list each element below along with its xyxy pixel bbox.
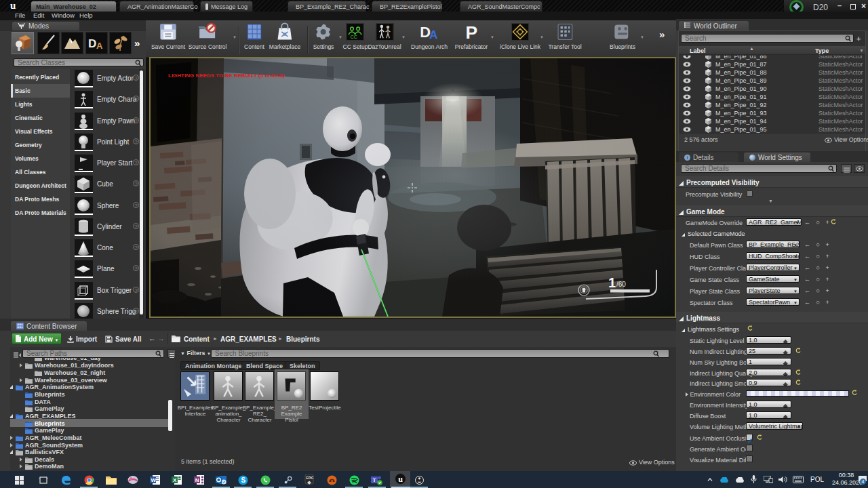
svg-text:D: D	[88, 37, 96, 50]
svg-text:W: W	[151, 477, 157, 483]
svg-text:T: T	[372, 477, 376, 483]
svg-text:A: A	[96, 41, 103, 51]
svg-text:P: P	[466, 22, 478, 42]
svg-text:/60: /60	[616, 281, 626, 288]
svg-text:S: S	[241, 476, 245, 484]
svg-text:LIGHTING NEEDS TO BE REBUILT (: LIGHTING NEEDS TO BE REBUILT (5 unbuilt)	[168, 73, 285, 79]
svg-text:X: X	[173, 477, 177, 483]
svg-text:1: 1	[608, 275, 616, 290]
svg-text:A: A	[429, 28, 437, 41]
svg-text:N: N	[195, 477, 199, 483]
svg-text:CC: CC	[351, 35, 357, 39]
svg-text:EPIC: EPIC	[307, 476, 314, 480]
